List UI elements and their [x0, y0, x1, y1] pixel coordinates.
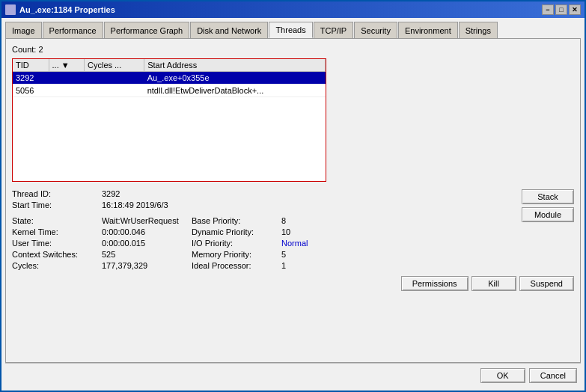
window-body: Image Performance Performance Graph Disk…	[1, 18, 585, 391]
app-icon	[5, 4, 16, 15]
minimize-button[interactable]: −	[542, 4, 554, 15]
window-title: Au_.exe:1184 Properties	[19, 5, 115, 14]
table-row[interactable]: 3292 Au_.exe+0x355e	[13, 72, 326, 85]
title-bar-title: Au_.exe:1184 Properties	[5, 4, 115, 15]
context-switches-row: Context Switches: 525	[12, 250, 192, 259]
ok-cancel-row: OK Cancel	[5, 363, 581, 387]
action-buttons: Permissions Kill Suspend	[12, 276, 574, 291]
row1-flags	[49, 72, 84, 85]
cancel-button[interactable]: Cancel	[529, 368, 577, 383]
stack-module-buttons: Stack Module	[522, 189, 574, 222]
threads-content: Count: 2 TID ... ▼ Cy	[12, 45, 574, 356]
table-row[interactable]: 5056 ntdll.dll!EtwDeliverDataBlock+...	[13, 85, 326, 97]
col-flags[interactable]: ... ▼	[49, 59, 84, 72]
tab-performance[interactable]: Performance	[43, 22, 103, 38]
tab-environment[interactable]: Environment	[398, 22, 458, 38]
memory-priority-label: Memory Priority:	[192, 250, 281, 259]
row2-flags	[49, 85, 84, 97]
thread-table: TID ... ▼ Cycles ... Start Address	[13, 59, 326, 97]
dynamic-priority-row: Dynamic Priority: 10	[192, 227, 341, 236]
user-time-row: User Time: 0:00:00.015	[12, 239, 192, 248]
thread-table-container[interactable]: TID ... ▼ Cycles ... Start Address	[12, 58, 326, 182]
col-tid[interactable]: TID	[13, 59, 49, 72]
stack-button[interactable]: Stack	[522, 189, 574, 204]
start-time-value: 16:18:49 2019/6/3	[102, 200, 168, 209]
io-priority-value: Normal	[281, 239, 308, 248]
tab-performance-graph[interactable]: Performance Graph	[104, 22, 190, 38]
io-priority-label: I/O Priority:	[192, 239, 281, 248]
row1-tid: 3292	[13, 72, 49, 85]
cycles-value: 177,379,329	[102, 261, 147, 270]
restore-button[interactable]: □	[555, 4, 567, 15]
permissions-button[interactable]: Permissions	[401, 276, 469, 291]
ideal-processor-value: 1	[281, 261, 286, 270]
info-col-right: Base Priority: 8 Dynamic Priority: 10 I/…	[192, 216, 341, 270]
tab-tcpip[interactable]: TCP/IP	[314, 22, 353, 38]
thread-id-label: Thread ID:	[12, 189, 102, 198]
main-window: Au_.exe:1184 Properties − □ ✕ Image Perf…	[0, 0, 586, 392]
kernel-time-label: Kernel Time:	[12, 227, 102, 236]
kernel-time-value: 0:00:00.046	[102, 227, 145, 236]
count-label: Count:	[12, 45, 36, 54]
kill-button[interactable]: Kill	[471, 276, 516, 291]
context-switches-label: Context Switches:	[12, 250, 102, 259]
ideal-processor-label: Ideal Processor:	[192, 261, 281, 270]
row2-tid: 5056	[13, 85, 49, 97]
thread-id-value: 3292	[102, 189, 120, 198]
col-cycles[interactable]: Cycles ...	[85, 59, 144, 72]
base-priority-value: 8	[281, 216, 286, 225]
base-priority-label: Base Priority:	[192, 216, 281, 225]
state-label: State:	[12, 216, 102, 225]
tab-image[interactable]: Image	[5, 22, 42, 38]
cycles-row: Cycles: 177,379,329	[12, 261, 192, 270]
context-switches-value: 525	[102, 250, 115, 259]
info-col-left: State: Wait:WrUserRequest Kernel Time: 0…	[12, 216, 192, 270]
tab-strings[interactable]: Strings	[459, 22, 498, 38]
col-start-address[interactable]: Start Address	[144, 59, 326, 72]
memory-priority-row: Memory Priority: 5	[192, 250, 341, 259]
dynamic-priority-value: 10	[281, 227, 290, 236]
dynamic-priority-label: Dynamic Priority:	[192, 227, 281, 236]
close-button[interactable]: ✕	[569, 4, 581, 15]
state-value: Wait:WrUserRequest	[102, 216, 179, 225]
row1-start-address: Au_.exe+0x355e	[144, 72, 326, 85]
tab-bar: Image Performance Performance Graph Disk…	[5, 22, 581, 38]
row2-start-address: ntdll.dll!EtwDeliverDataBlock+...	[144, 85, 326, 97]
start-time-row: Start Time: 16:18:49 2019/6/3	[12, 200, 516, 209]
count-row: Count: 2	[12, 45, 574, 54]
module-button[interactable]: Module	[522, 207, 574, 222]
tab-disk-network[interactable]: Disk and Network	[190, 22, 268, 38]
title-bar-controls: − □ ✕	[542, 4, 581, 15]
ideal-processor-row: Ideal Processor: 1	[192, 261, 341, 270]
io-priority-row: I/O Priority: Normal	[192, 239, 341, 248]
user-time-value: 0:00:00.015	[102, 239, 145, 248]
row1-cycles	[85, 72, 144, 85]
ok-button[interactable]: OK	[480, 368, 525, 383]
kernel-time-row: Kernel Time: 0:00:00.046	[12, 227, 192, 236]
cycles-label: Cycles:	[12, 261, 102, 270]
memory-priority-value: 5	[281, 250, 286, 259]
base-priority-row: Base Priority: 8	[192, 216, 341, 225]
row2-cycles	[85, 85, 144, 97]
tab-content: Count: 2 TID ... ▼ Cy	[5, 38, 581, 363]
title-bar: Au_.exe:1184 Properties − □ ✕	[1, 1, 585, 18]
state-row: State: Wait:WrUserRequest	[12, 216, 192, 225]
info-grid: State: Wait:WrUserRequest Kernel Time: 0…	[12, 216, 516, 270]
count-value: 2	[38, 45, 43, 54]
details-section: Thread ID: 3292 Start Time: 16:18:49 201…	[12, 189, 516, 270]
suspend-button[interactable]: Suspend	[519, 276, 574, 291]
thread-id-row: Thread ID: 3292	[12, 189, 516, 198]
user-time-label: User Time:	[12, 239, 102, 248]
tab-threads[interactable]: Threads	[269, 22, 312, 38]
tab-security[interactable]: Security	[354, 22, 397, 38]
start-time-label: Start Time:	[12, 200, 102, 209]
